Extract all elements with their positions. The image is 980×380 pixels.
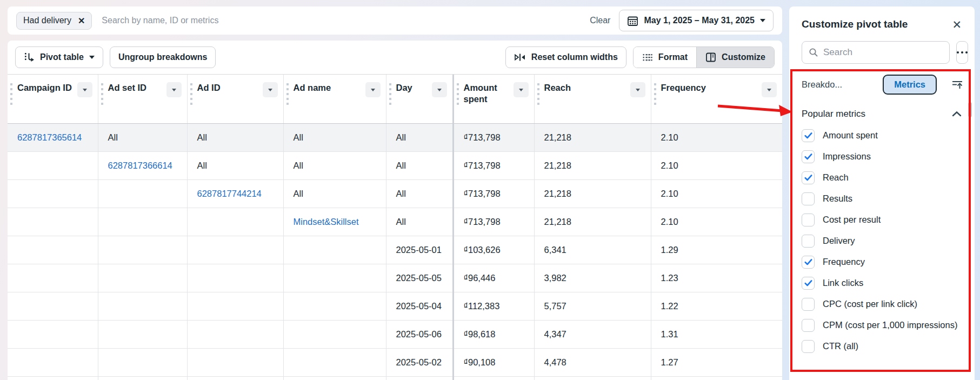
chevron-down-icon [371,89,375,91]
collapse-sections-icon[interactable] [951,79,964,91]
metric-checkbox-results[interactable] [802,192,815,205]
table-cell: 2025-05-06 [386,320,453,348]
metric-checkbox-cpc-cost-per-link-click[interactable] [802,298,815,311]
table-cell [187,264,283,292]
cell-link[interactable]: 6287817366614 [108,161,172,170]
metric-checkbox-link-clicks[interactable] [802,277,815,290]
metric-label: Amount spent [823,130,878,141]
cell-link[interactable]: 6287817744214 [197,189,262,198]
table-cell [283,348,386,376]
table-row: 2025-05-05₫96,4463,9821.23 [8,264,782,292]
metric-label: Cost per result [823,215,881,225]
table-cell: All [187,151,283,179]
search-input[interactable] [102,16,590,25]
metric-checkbox-amount-spent[interactable] [802,129,815,142]
report-card: Pivot table Ungroup breakdowns Reset col… [8,41,782,380]
metric-item-delivery[interactable]: Delivery [789,230,975,251]
drag-handle[interactable] [389,83,391,106]
table-cell [8,320,98,348]
metric-item-ctr-all[interactable]: CTR (all) [789,336,975,357]
metric-label: CPC (cost per link click) [823,299,917,309]
close-icon[interactable]: ✕ [952,19,962,30]
metric-item-results[interactable]: Results [789,188,975,209]
drag-handle[interactable] [101,83,103,106]
drag-handle[interactable] [10,83,12,106]
metric-item-cost-per-result[interactable]: Cost per result [789,209,975,230]
clear-button[interactable]: Clear [590,16,610,25]
table-cell [283,376,386,380]
column-menu-button[interactable] [263,82,278,97]
reset-column-widths-button[interactable]: Reset column widths [505,46,626,68]
table-cell [8,376,98,380]
table-row: 2025-05-06₫98,6184,3471.31 [8,320,782,348]
filter-chip-had-delivery[interactable]: Had delivery ✕ [16,12,92,30]
format-button[interactable]: Format [634,47,696,68]
table-cell: 6,341 [534,236,651,264]
table-cell: ₫96,446 [453,264,534,292]
metric-item-cpm-cost-per-1-000-impressions[interactable]: CPM (cost per 1,000 impressions) [789,315,975,336]
drag-handle[interactable] [457,83,459,106]
date-range-button[interactable]: May 1, 2025 – May 31, 2025 [619,10,774,31]
metric-checkbox-cost-per-result[interactable] [802,214,815,226]
metric-checkbox-ctr-all[interactable] [802,340,815,353]
metric-item-cpc-cost-per-link-click[interactable]: CPC (cost per link click) [789,294,975,315]
ungroup-breakdowns-button[interactable]: Ungroup breakdowns [110,46,216,68]
column-header-amount-spent: Amount spent [453,75,534,123]
drag-handle[interactable] [286,83,289,106]
chevron-up-icon[interactable] [952,111,962,117]
column-menu-button[interactable] [762,82,777,97]
column-menu-button[interactable] [166,82,182,97]
table-cell [283,264,386,292]
more-options-button[interactable] [956,41,968,64]
column-menu-button[interactable] [365,82,381,97]
metric-checkbox-reach[interactable] [802,171,815,184]
metric-item-amount-spent[interactable]: Amount spent [789,125,975,146]
cell-link[interactable]: 6287817365614 [17,132,82,142]
table-row: 6287817366614AllAllAll₫713,79821,2182.10 [8,151,782,179]
search-icon [809,48,818,57]
table-cell: 2.10 [651,208,782,236]
column-menu-button[interactable] [630,82,645,97]
metric-item-impressions[interactable]: Impressions [789,146,975,167]
metric-item-frequency[interactable]: Frequency [789,251,975,272]
metric-checkbox-impressions[interactable] [802,150,815,163]
table-cell [98,236,187,264]
column-header-day: Day [386,75,453,123]
metric-checkbox-delivery[interactable] [802,235,815,248]
table-cell: 2025-05-01 [386,236,453,264]
table-cell [187,292,283,320]
column-menu-button[interactable] [432,82,447,97]
customize-pivot-panel: Customize pivot table ✕ Breakdo... Metri… [789,6,975,380]
table-cell: 2025-05-04 [386,292,453,320]
remove-filter-icon[interactable]: ✕ [78,16,85,26]
metric-checkbox-frequency[interactable] [802,256,815,269]
metric-checkbox-cpm-cost-per-1-000-impressions[interactable] [802,319,815,332]
panel-scrollbar[interactable] [968,102,972,117]
column-label: Campaign ID [17,82,72,94]
reset-column-widths-label: Reset column widths [531,52,618,62]
panel-search-input[interactable] [823,47,943,58]
metric-label: Impressions [823,151,871,162]
panel-search-box[interactable] [802,41,950,64]
metric-item-reach[interactable]: Reach [789,167,975,188]
column-label: Day [396,82,412,94]
metric-item-link-clicks[interactable]: Link clicks [789,272,975,294]
drag-handle[interactable] [537,83,539,106]
column-menu-button[interactable] [77,82,92,97]
section-popular-metrics: Popular metrics [802,109,865,119]
column-menu-button[interactable] [514,82,529,97]
pivot-table-dropdown[interactable]: Pivot table [15,46,103,68]
table-cell [98,376,187,380]
table-cell [8,292,98,320]
customize-button[interactable]: Customize [696,47,774,68]
column-label: Ad ID [197,82,221,94]
tab-breakdowns[interactable]: Breakdo... [802,79,842,90]
table-cell [8,179,98,208]
more-options-icon [957,51,959,54]
cell-link[interactable]: Mindset&Skillset [294,217,359,226]
tab-metrics[interactable]: Metrics [883,75,937,95]
drag-handle[interactable] [190,83,192,106]
table-cell: ₫112,383 [453,292,534,320]
drag-handle[interactable] [654,83,656,106]
format-icon [642,52,653,63]
